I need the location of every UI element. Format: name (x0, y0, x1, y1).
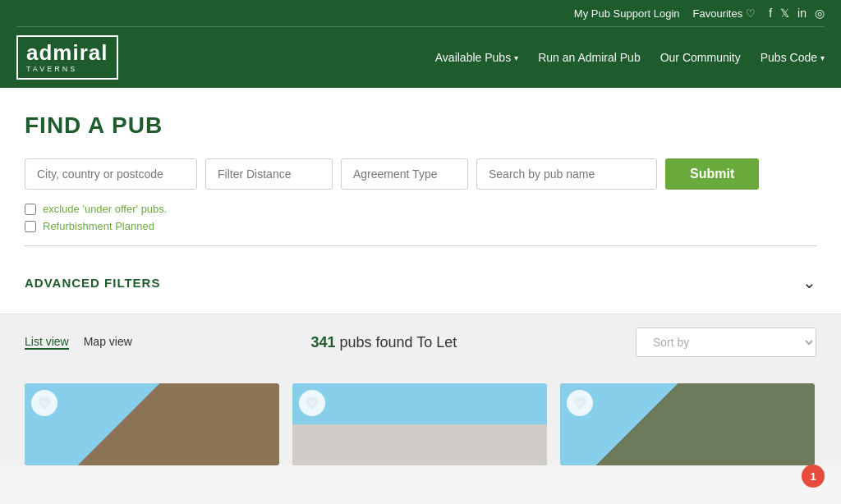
twitter-icon[interactable]: 𝕏 (780, 7, 789, 20)
pub-card-2-image (292, 383, 547, 465)
chevron-down-icon: ▾ (514, 53, 518, 62)
social-icons: f 𝕏 in ◎ (769, 7, 825, 20)
nav-run-pub[interactable]: Run an Admiral Pub (538, 51, 641, 64)
refurbishment-checkbox[interactable]: Refurbishment Planned (25, 220, 816, 232)
pub-card-3-favourite-button[interactable]: ♡ (567, 390, 593, 416)
results-count: 341 pubs found To Let (132, 334, 636, 351)
nav-available-pubs[interactable]: Available Pubs ▾ (435, 51, 518, 64)
top-bar-lower: admiral TAVERNS Available Pubs ▾ Run an … (16, 27, 825, 88)
submit-button[interactable]: Submit (665, 158, 759, 190)
advanced-filters-toggle[interactable]: ADVANCED FILTERS ⌄ (25, 259, 816, 297)
pub-card-3: ♡ (560, 383, 815, 465)
nav-pubs-code[interactable]: Pubs Code ▾ (761, 51, 825, 64)
top-bar: My Pub Support Login Favourites ♡ f 𝕏 in… (0, 0, 841, 88)
instagram-icon[interactable]: ◎ (815, 7, 825, 20)
pub-card-1-favourite-button[interactable]: ♡ (31, 390, 57, 416)
exclude-under-offer-checkbox[interactable]: exclude 'under offer' pubs. (25, 203, 816, 215)
results-bar: List view Map view 341 pubs found To Let… (0, 314, 841, 370)
list-view-toggle[interactable]: List view (25, 335, 69, 350)
chevron-down-icon-advanced: ⌄ (802, 273, 816, 292)
view-toggles: List view Map view (25, 335, 132, 350)
facebook-icon[interactable]: f (769, 7, 772, 20)
pub-card-2-favourite-button[interactable]: ♡ (299, 390, 325, 416)
pub-card-3-image (560, 383, 815, 465)
pub-card-1: ♡ (25, 383, 279, 465)
logo-tagline: TAVERNS (26, 65, 77, 73)
page-title: FIND A PUB (25, 112, 816, 139)
content-area: FIND A PUB Submit exclude 'under offer' … (0, 88, 841, 314)
map-view-toggle[interactable]: Map view (84, 335, 132, 350)
favourites-link[interactable]: Favourites ♡ (693, 7, 756, 20)
nav-our-community[interactable]: Our Community (660, 51, 741, 64)
login-link[interactable]: My Pub Support Login (574, 7, 680, 20)
checkboxes: exclude 'under offer' pubs. Refurbishmen… (25, 203, 816, 232)
logo-name: admiral (26, 42, 108, 63)
pub-card-1-image (25, 383, 279, 465)
divider (25, 245, 816, 246)
chevron-down-icon-2: ▾ (820, 53, 825, 62)
pub-card-2: ♡ (292, 383, 547, 465)
agreement-input[interactable] (341, 158, 468, 190)
logo[interactable]: admiral TAVERNS (16, 35, 118, 80)
advanced-filters-label: ADVANCED FILTERS (25, 276, 160, 290)
favourites-label: Favourites (693, 7, 743, 20)
results-number: 341 (310, 334, 335, 351)
search-form: Submit (25, 158, 816, 190)
pub-cards-row: ♡ ♡ ♡ (0, 370, 841, 465)
heart-icon: ♡ (746, 7, 756, 20)
exclude-under-offer-input[interactable] (25, 204, 36, 215)
distance-input[interactable] (205, 158, 333, 190)
city-input[interactable] (25, 158, 197, 190)
main-nav: Available Pubs ▾ Run an Admiral Pub Our … (435, 51, 825, 64)
results-text: pubs found To Let (340, 334, 457, 351)
linkedin-icon[interactable]: in (797, 7, 807, 20)
sort-select[interactable]: Sort by Name Distance (636, 328, 816, 357)
pubname-input[interactable] (476, 158, 657, 190)
top-bar-upper: My Pub Support Login Favourites ♡ f 𝕏 in… (16, 0, 825, 27)
refurbishment-input[interactable] (25, 221, 36, 232)
